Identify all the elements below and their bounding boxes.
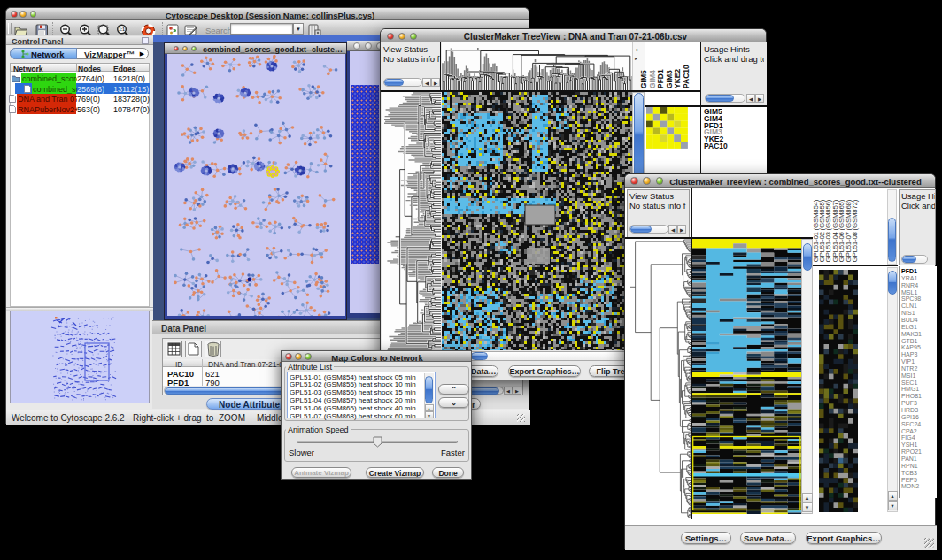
svg-text:1:1: 1:1 bbox=[119, 27, 125, 32]
